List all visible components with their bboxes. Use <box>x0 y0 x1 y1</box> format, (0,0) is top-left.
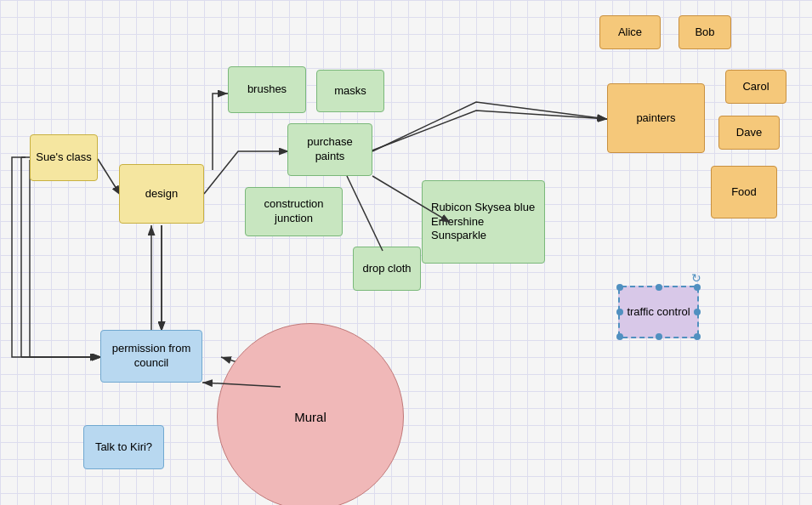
purchase-paints-label: purchase paints <box>293 135 366 164</box>
carol-node[interactable]: Carol <box>725 70 786 104</box>
traffic-control-node[interactable]: traffic control ↻ <box>618 286 699 338</box>
masks-node[interactable]: masks <box>316 70 384 112</box>
handle-br[interactable] <box>694 333 701 340</box>
brushes-node[interactable]: brushes <box>228 66 306 113</box>
mural-node[interactable]: Mural <box>217 323 404 505</box>
dave-label: Dave <box>736 126 762 140</box>
dave-node[interactable]: Dave <box>718 116 780 150</box>
drop-cloth-node[interactable]: drop cloth <box>353 247 421 291</box>
alice-label: Alice <box>618 26 642 40</box>
drop-cloth-label: drop cloth <box>362 262 411 276</box>
sues-class-label: Sue's class <box>36 150 91 165</box>
canvas: Sue's class design brushes masks purchas… <box>0 0 812 505</box>
handle-mr[interactable] <box>694 309 701 315</box>
design-node[interactable]: design <box>119 164 204 224</box>
painters-node[interactable]: painters <box>607 83 705 153</box>
traffic-control-label: traffic control <box>627 305 690 320</box>
masks-label: masks <box>334 84 366 99</box>
bob-label: Bob <box>695 26 714 40</box>
colors-node[interactable]: Rubicon Skysea blue Emershine Sunsparkle <box>422 180 545 264</box>
permission-node[interactable]: permission from council <box>100 330 202 383</box>
talk-to-kiri-label: Talk to Kiri? <box>95 440 152 455</box>
design-label: design <box>145 187 178 201</box>
carol-label: Carol <box>742 80 769 94</box>
svg-line-1 <box>98 159 121 196</box>
handle-tm[interactable] <box>656 284 662 291</box>
food-label: Food <box>731 185 757 200</box>
handle-bl[interactable] <box>616 333 623 340</box>
sues-class-node[interactable]: Sue's class <box>30 134 98 181</box>
rotate-handle[interactable]: ↻ <box>691 270 701 286</box>
handle-ml[interactable] <box>616 309 623 315</box>
handle-bm[interactable] <box>656 333 662 340</box>
alice-node[interactable]: Alice <box>599 15 661 49</box>
talk-to-kiri-node[interactable]: Talk to Kiri? <box>83 425 164 469</box>
construction-junction-label: construction junction <box>251 197 337 226</box>
permission-label: permission from council <box>106 342 196 371</box>
handle-tl[interactable] <box>616 284 623 291</box>
painters-label: painters <box>636 111 675 126</box>
purchase-paints-node[interactable]: purchase paints <box>287 123 372 176</box>
mural-label: Mural <box>294 410 327 424</box>
construction-junction-node[interactable]: construction junction <box>245 187 343 236</box>
food-node[interactable]: Food <box>711 166 777 218</box>
brushes-label: brushes <box>247 82 287 97</box>
colors-label: Rubicon Skysea blue Emershine Sunsparkle <box>431 201 536 244</box>
bob-node[interactable]: Bob <box>679 15 731 49</box>
